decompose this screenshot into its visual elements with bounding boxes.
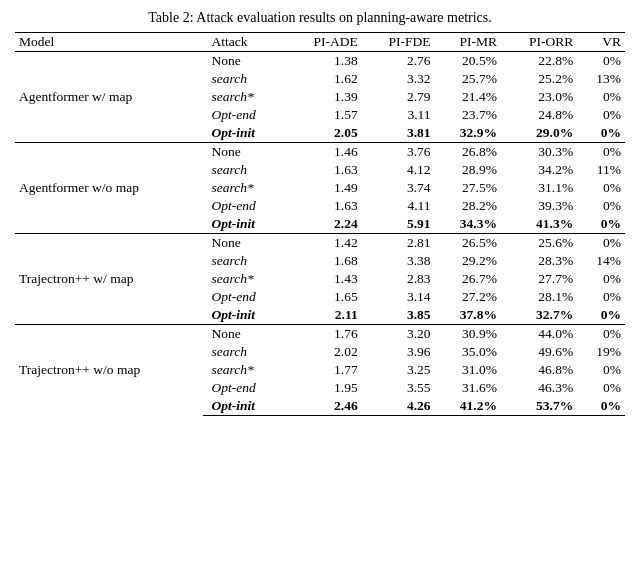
col-pi-orr-cell: 49.6%: [501, 343, 577, 361]
col-pi-orr-cell: 34.2%: [501, 161, 577, 179]
col-pi-ade-cell: 2.02: [285, 343, 361, 361]
col-vr: VR: [577, 33, 625, 52]
col-pi-orr-cell: 25.6%: [501, 234, 577, 253]
col-vr-cell: 0%: [577, 397, 625, 416]
col-vr-cell: 0%: [577, 197, 625, 215]
col-vr-cell: 14%: [577, 252, 625, 270]
col-pi-ade-cell: 1.57: [285, 106, 361, 124]
col-vr-cell: 0%: [577, 143, 625, 162]
col-pi-ade-cell: 1.38: [285, 52, 361, 71]
col-pi-orr-cell: 30.3%: [501, 143, 577, 162]
col-pi-ade-cell: 1.62: [285, 70, 361, 88]
col-vr-cell: 0%: [577, 88, 625, 106]
results-table: Model Attack PI-ADE PI-FDE PI-MR PI-ORR …: [15, 32, 625, 416]
col-vr-cell: 0%: [577, 270, 625, 288]
attack-cell: Opt-end: [203, 379, 285, 397]
col-pi-ade-cell: 2.46: [285, 397, 361, 416]
col-pi-ade-cell: 1.77: [285, 361, 361, 379]
col-pi-mr-cell: 26.5%: [435, 234, 501, 253]
col-vr-cell: 0%: [577, 288, 625, 306]
attack-cell: Opt-init: [203, 215, 285, 234]
col-pi-ade-cell: 1.76: [285, 325, 361, 344]
col-pi-fde-cell: 3.14: [362, 288, 435, 306]
attack-cell: search: [203, 252, 285, 270]
col-pi-fde-cell: 3.55: [362, 379, 435, 397]
col-pi-ade-cell: 1.39: [285, 88, 361, 106]
col-pi-orr-cell: 32.7%: [501, 306, 577, 325]
col-pi-mr-cell: 26.8%: [435, 143, 501, 162]
col-vr-cell: 0%: [577, 325, 625, 344]
col-pi-mr-cell: 21.4%: [435, 88, 501, 106]
table-header: Model Attack PI-ADE PI-FDE PI-MR PI-ORR …: [15, 33, 625, 52]
col-pi-ade-cell: 2.11: [285, 306, 361, 325]
col-pi-fde-cell: 4.26: [362, 397, 435, 416]
col-pi-ade-cell: 1.42: [285, 234, 361, 253]
col-pi-ade-cell: 1.46: [285, 143, 361, 162]
attack-cell: Opt-end: [203, 288, 285, 306]
attack-cell: search*: [203, 179, 285, 197]
col-vr-cell: 0%: [577, 106, 625, 124]
col-pi-orr-cell: 46.8%: [501, 361, 577, 379]
col-pi-orr-cell: 41.3%: [501, 215, 577, 234]
col-pi-orr-cell: 31.1%: [501, 179, 577, 197]
attack-cell: None: [203, 325, 285, 344]
col-pi-fde-cell: 3.96: [362, 343, 435, 361]
col-pi-fde-cell: 3.85: [362, 306, 435, 325]
table-row: Trajectron++ w/o mapNone1.763.2030.9%44.…: [15, 325, 625, 344]
col-pi-mr-cell: 30.9%: [435, 325, 501, 344]
col-pi-mr-cell: 27.5%: [435, 179, 501, 197]
col-pi-mr-cell: 23.7%: [435, 106, 501, 124]
table-row: Trajectron++ w/ mapNone1.422.8126.5%25.6…: [15, 234, 625, 253]
col-vr-cell: 0%: [577, 52, 625, 71]
col-pi-ade-cell: 1.65: [285, 288, 361, 306]
col-pi-fde-cell: 4.11: [362, 197, 435, 215]
attack-cell: search: [203, 343, 285, 361]
col-pi-ade-cell: 1.68: [285, 252, 361, 270]
attack-cell: Opt-init: [203, 124, 285, 143]
col-vr-cell: 0%: [577, 379, 625, 397]
col-pi-mr-cell: 31.6%: [435, 379, 501, 397]
col-pi-mr-cell: 37.8%: [435, 306, 501, 325]
model-cell: Agentformer w/ map: [15, 52, 203, 143]
col-pi-orr-cell: 29.0%: [501, 124, 577, 143]
col-pi-ade-cell: 1.95: [285, 379, 361, 397]
col-pi-mr-cell: 28.2%: [435, 197, 501, 215]
attack-cell: None: [203, 143, 285, 162]
attack-cell: search*: [203, 88, 285, 106]
col-pi-orr-cell: 39.3%: [501, 197, 577, 215]
col-pi-fde-cell: 3.38: [362, 252, 435, 270]
col-pi-mr-cell: 35.0%: [435, 343, 501, 361]
col-pi-fde-cell: 3.81: [362, 124, 435, 143]
col-pi-orr-cell: 28.3%: [501, 252, 577, 270]
col-vr-cell: 0%: [577, 215, 625, 234]
col-pi-fde-cell: 3.11: [362, 106, 435, 124]
attack-cell: None: [203, 234, 285, 253]
model-cell: Trajectron++ w/ map: [15, 234, 203, 325]
attack-cell: Opt-init: [203, 306, 285, 325]
col-pi-fde-cell: 3.32: [362, 70, 435, 88]
col-pi-mr: PI-MR: [435, 33, 501, 52]
col-pi-ade-cell: 1.49: [285, 179, 361, 197]
attack-cell: search*: [203, 270, 285, 288]
attack-cell: search: [203, 161, 285, 179]
col-pi-orr-cell: 22.8%: [501, 52, 577, 71]
col-pi-fde: PI-FDE: [362, 33, 435, 52]
col-pi-orr-cell: 46.3%: [501, 379, 577, 397]
col-pi-mr-cell: 34.3%: [435, 215, 501, 234]
col-pi-fde-cell: 2.81: [362, 234, 435, 253]
col-pi-mr-cell: 28.9%: [435, 161, 501, 179]
col-model: Model: [15, 33, 203, 52]
col-vr-cell: 13%: [577, 70, 625, 88]
col-pi-orr-cell: 24.8%: [501, 106, 577, 124]
col-vr-cell: 0%: [577, 124, 625, 143]
col-vr-cell: 0%: [577, 234, 625, 253]
attack-cell: Opt-init: [203, 397, 285, 416]
col-pi-fde-cell: 3.74: [362, 179, 435, 197]
col-vr-cell: 0%: [577, 179, 625, 197]
table-title: Table 2: Attack evaluation results on pl…: [15, 10, 625, 26]
col-pi-ade-cell: 1.63: [285, 197, 361, 215]
attack-cell: search*: [203, 361, 285, 379]
col-pi-mr-cell: 29.2%: [435, 252, 501, 270]
col-pi-orr-cell: 28.1%: [501, 288, 577, 306]
col-pi-mr-cell: 41.2%: [435, 397, 501, 416]
